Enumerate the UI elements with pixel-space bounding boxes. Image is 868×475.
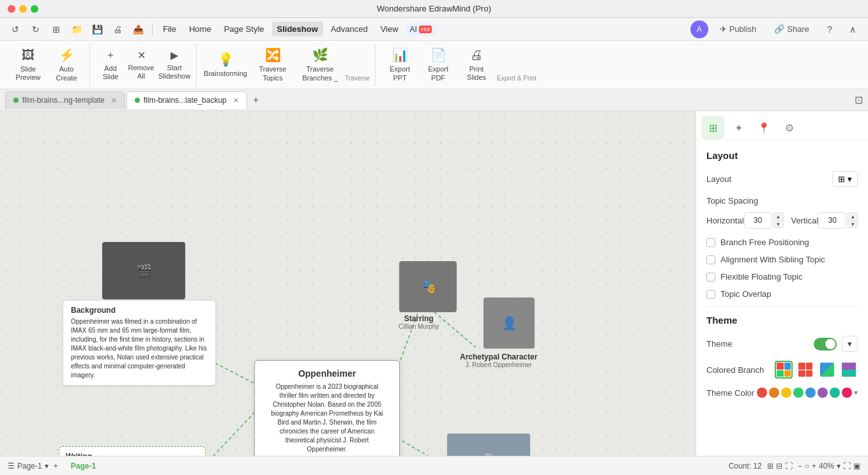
theme-toggle[interactable] xyxy=(814,338,837,351)
color-red[interactable] xyxy=(757,388,767,398)
open-button[interactable]: 📁 xyxy=(68,20,86,38)
export-pdf-button[interactable]: 📄 Export PDF xyxy=(420,46,456,84)
undo-button[interactable]: ↺ xyxy=(6,20,24,38)
traverse-branches-icon: 🌿 xyxy=(312,47,328,63)
slide-preview-button[interactable]: 🖼 Slide Preview xyxy=(10,46,46,84)
cb-option-4[interactable] xyxy=(840,361,858,379)
remove-all-button[interactable]: ✕ Remove All xyxy=(127,46,155,84)
panel-tab-settings[interactable]: ⚙ xyxy=(778,116,801,139)
publish-button[interactable]: ✈ Publish xyxy=(713,22,763,36)
grid-icon[interactable]: ⊞ xyxy=(767,462,773,471)
minimize-button[interactable] xyxy=(19,5,27,13)
horizontal-spinner: 30 ▲ ▼ xyxy=(744,212,784,229)
add-tab-button[interactable]: + xyxy=(248,93,264,108)
color-chevron-icon[interactable]: ▾ xyxy=(854,388,858,397)
cb-option-3[interactable] xyxy=(818,361,836,379)
expand-icon[interactable]: ⛶ xyxy=(843,462,851,471)
page-dropdown-icon[interactable]: ▾ xyxy=(45,462,49,471)
menu-view[interactable]: View xyxy=(376,22,404,36)
writing-node[interactable]: Writing Oppenheimer is the first screenp… xyxy=(59,446,206,456)
horizontal-decrement[interactable]: ▼ xyxy=(773,220,784,228)
print-slides-button[interactable]: 🖨 Print Slides xyxy=(459,46,494,84)
location-image: 🏔 xyxy=(447,434,530,456)
titlebar: Wondershare EdrawMind (Pro) xyxy=(0,0,868,18)
vertical-input[interactable]: 30 xyxy=(818,212,846,229)
layout-selector[interactable]: ⊞ ▾ xyxy=(832,171,858,187)
auto-create-button[interactable]: ⚡ Auto Create xyxy=(49,46,84,84)
theme-selector[interactable]: ▾ xyxy=(842,336,858,352)
save-button[interactable]: 💾 xyxy=(88,20,106,38)
background-node-text: Oppenheimer was filmed in a combination … xyxy=(71,317,208,380)
overlap-checkbox[interactable] xyxy=(706,290,715,299)
redo-button[interactable]: ↻ xyxy=(27,20,45,38)
alignment-checkbox[interactable] xyxy=(706,255,715,264)
view-controls: ⊞ ⊟ ⛶ xyxy=(767,462,793,471)
cb-option-1[interactable] xyxy=(775,361,793,379)
menu-page-style[interactable]: Page Style xyxy=(219,22,270,36)
background-node[interactable]: Background Oppenheimer was filmed in a c… xyxy=(63,300,216,386)
share-button[interactable]: 🔗 Share xyxy=(768,22,816,36)
menu-file[interactable]: File xyxy=(158,22,181,36)
zoom-in-icon[interactable]: + xyxy=(812,462,816,471)
archetypal-subtitle: J. Robert Oppenheimer xyxy=(460,361,537,368)
sidebar-icon[interactable]: ☰ xyxy=(8,462,15,471)
tab-1-label: film-brains...ng-template xyxy=(22,96,105,105)
new-button[interactable]: ⊞ xyxy=(47,20,65,38)
horizontal-input[interactable]: 30 xyxy=(744,212,772,229)
collapse-button[interactable]: ∧ xyxy=(844,20,862,38)
start-slideshow-button[interactable]: ▶ Start Slideshow xyxy=(158,46,191,84)
print-button[interactable]: 🖨 xyxy=(109,20,126,38)
flexible-checkbox[interactable] xyxy=(706,273,715,282)
collapse-panel-icon[interactable]: ▣ xyxy=(853,462,860,471)
zoom-out-icon[interactable]: − xyxy=(798,462,802,471)
maximize-button[interactable] xyxy=(31,5,38,13)
brainstorming-button[interactable]: 💡 Brainstorming xyxy=(203,46,248,84)
tab-1-close[interactable]: ✕ xyxy=(111,96,117,105)
svg-line-2 xyxy=(434,312,476,347)
add-slide-label: Add Slide xyxy=(99,64,122,81)
share-icon-button[interactable]: 📤 xyxy=(129,20,147,38)
export-ppt-button[interactable]: 📊 Export PPT xyxy=(382,46,418,84)
color-pink[interactable] xyxy=(842,388,852,398)
center-node[interactable]: Oppenheimer Oppenheimer is a 2023 biogra… xyxy=(254,360,400,456)
export-ppt-icon: 📊 xyxy=(392,47,408,63)
zoom-dot: ○ xyxy=(805,462,809,471)
fit-icon[interactable]: ⊟ xyxy=(776,462,782,471)
panel-tab-location[interactable]: 📍 xyxy=(752,116,775,139)
layout-row: Layout ⊞ ▾ xyxy=(706,171,858,187)
tab-2-close[interactable]: ✕ xyxy=(233,96,239,105)
traverse-branches-button[interactable]: 🌿 Traverse Branches _ xyxy=(298,46,342,84)
archetypal-node[interactable]: Archetypal Character J. Robert Oppenheim… xyxy=(460,352,537,368)
color-yellow[interactable] xyxy=(781,388,791,398)
menu-slideshow[interactable]: Slideshow xyxy=(272,22,323,36)
layout-toggle-icon[interactable]: ⊡ xyxy=(855,94,863,106)
horizontal-increment[interactable]: ▲ xyxy=(773,213,784,220)
add-page-button[interactable]: + xyxy=(54,462,58,471)
color-teal[interactable] xyxy=(830,388,840,398)
starring-node[interactable]: Starring Cillian Murphy xyxy=(399,314,439,330)
canvas[interactable]: 🎬 Background Oppenheimer was filmed in a… xyxy=(0,111,696,456)
user-avatar[interactable]: A xyxy=(690,20,708,38)
menu-home[interactable]: Home xyxy=(184,22,217,36)
add-slide-button[interactable]: ＋ Add Slide xyxy=(96,46,125,84)
horizontal-value: 30 xyxy=(754,216,762,225)
ai-menu[interactable]: AI Hot xyxy=(406,24,436,35)
help-button[interactable]: ? xyxy=(821,20,839,38)
panel-tab-layout[interactable]: ⊞ xyxy=(701,116,724,139)
branch-free-checkbox[interactable] xyxy=(706,238,715,247)
fullscreen-icon[interactable]: ⛶ xyxy=(785,462,793,471)
cb-option-2[interactable] xyxy=(796,361,814,379)
color-blue[interactable] xyxy=(805,388,816,398)
color-green[interactable] xyxy=(793,388,803,398)
menu-advanced[interactable]: Advanced xyxy=(326,22,373,36)
color-orange[interactable] xyxy=(769,388,779,398)
traverse-topics-button[interactable]: 🔀 Traverse Topics xyxy=(250,46,295,84)
vertical-increment[interactable]: ▲ xyxy=(848,213,858,220)
zoom-dropdown-icon[interactable]: ▾ xyxy=(837,462,841,471)
vertical-decrement[interactable]: ▼ xyxy=(848,220,858,228)
tab-1[interactable]: film-brains...ng-template ✕ xyxy=(5,91,125,109)
panel-tab-style[interactable]: ✦ xyxy=(727,116,750,139)
tab-2[interactable]: film-brains...late_backup ✕ xyxy=(126,91,247,109)
color-purple[interactable] xyxy=(818,388,828,398)
close-button[interactable] xyxy=(8,5,15,13)
